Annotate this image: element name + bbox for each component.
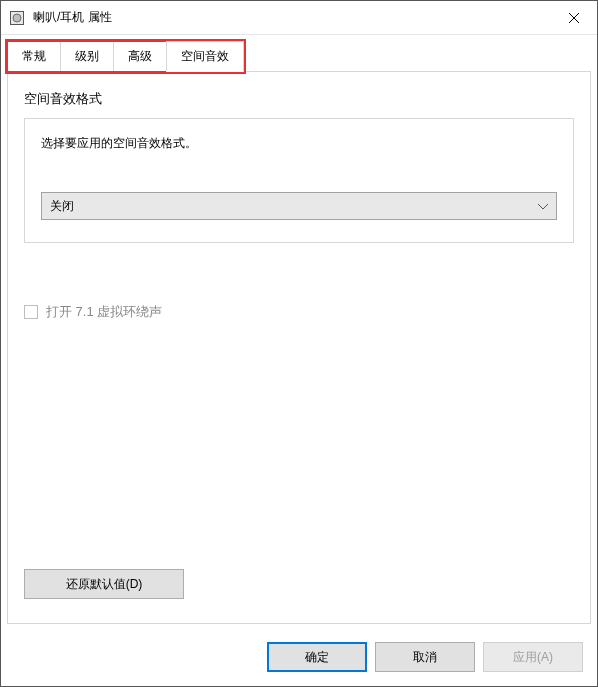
group-description: 选择要应用的空间音效格式。 (41, 135, 557, 152)
window-title: 喇叭/耳机 属性 (33, 9, 112, 26)
spatial-format-dropdown[interactable]: 关闭 (41, 192, 557, 220)
spatial-format-group: 选择要应用的空间音效格式。 关闭 (24, 118, 574, 243)
tab-general[interactable]: 常规 (7, 41, 61, 72)
close-button[interactable] (551, 1, 597, 35)
tab-spatial-sound[interactable]: 空间音效 (166, 41, 244, 72)
titlebar: 喇叭/耳机 属性 (1, 1, 597, 35)
chevron-down-icon (538, 201, 548, 212)
group-title: 空间音效格式 (24, 90, 574, 108)
virtual-surround-checkbox[interactable] (24, 305, 38, 319)
tab-advanced[interactable]: 高级 (113, 41, 167, 72)
apply-button[interactable]: 应用(A) (483, 642, 583, 672)
dropdown-selected-value: 关闭 (50, 198, 74, 215)
virtual-surround-row[interactable]: 打开 7.1 虚拟环绕声 (24, 303, 574, 321)
virtual-surround-label: 打开 7.1 虚拟环绕声 (46, 303, 162, 321)
svg-point-1 (13, 14, 21, 22)
tabs-row: 常规 级别 高级 空间音效 (1, 35, 597, 72)
ok-button[interactable]: 确定 (267, 642, 367, 672)
app-icon (9, 10, 25, 26)
close-icon (569, 13, 579, 23)
tab-levels[interactable]: 级别 (60, 41, 114, 72)
restore-defaults-button[interactable]: 还原默认值(D) (24, 569, 184, 599)
cancel-button[interactable]: 取消 (375, 642, 475, 672)
dialog-footer: 确定 取消 应用(A) (1, 630, 597, 686)
properties-dialog: 喇叭/耳机 属性 常规 级别 高级 空间音效 空间音效格式 选择要应用的空间音效… (0, 0, 598, 687)
tab-panel: 空间音效格式 选择要应用的空间音效格式。 关闭 打开 7.1 虚拟环绕声 还原默… (7, 71, 591, 624)
